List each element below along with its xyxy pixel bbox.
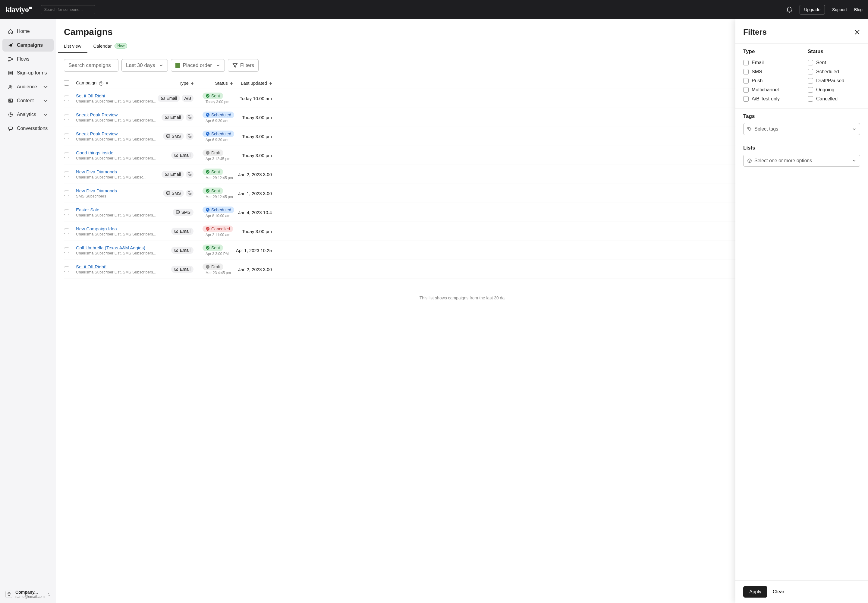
row-checkbox[interactable] [64,247,70,253]
filter-status-heading: Status [808,48,860,54]
row-checkbox[interactable] [64,229,70,234]
svg-rect-15 [9,127,13,130]
campaign-name-link[interactable]: New Diva Diamonds [76,188,163,193]
last-updated: Jan 1, 2023 3:00 [236,191,272,196]
logo-flag-icon [29,7,32,9]
checkbox[interactable] [743,96,749,102]
search-campaigns-input[interactable]: Search campaigns [64,59,119,72]
checkbox[interactable] [808,69,813,74]
last-updated: Jan 2, 2023 3:00 [236,267,272,272]
svg-point-42 [190,175,191,175]
last-updated: Jan 4, 2023 10:4 [236,210,272,215]
lists-select[interactable]: Select one or more options [743,155,860,167]
sidebar-item-home[interactable]: Home [2,25,54,38]
status-time: Mar 29 12:45 pm [202,176,236,180]
type-pill: Email [171,266,193,273]
sidebar-item-audience[interactable]: Audience [2,80,54,93]
option-label: Push [752,78,763,83]
campaign-name-link[interactable]: Easter Sale [76,207,163,212]
svg-point-33 [190,136,191,137]
row-checkbox[interactable] [64,114,70,120]
campaign-name-link[interactable]: Golf Umbrella (Texas A&M Aggies) [76,245,163,250]
campaign-name-link[interactable]: Set it Off Right! [76,264,163,269]
date-range-select[interactable]: Last 30 days [122,59,168,72]
metric-select[interactable]: Placed order [171,59,224,72]
global-search[interactable] [41,5,95,14]
checkbox[interactable] [808,96,813,102]
tab-calendar[interactable]: CalendarNew [93,43,128,53]
checkbox[interactable] [808,87,813,93]
svg-point-46 [168,193,168,193]
help-icon[interactable]: ? [99,81,103,86]
campaign-name-link[interactable]: Sneak Peak Preview [76,131,163,136]
sidebar-item-analytics[interactable]: Analytics [2,108,54,121]
tab-list-view[interactable]: List view [64,43,81,53]
filter-type-option[interactable]: SMS [743,67,795,76]
filter-status-option[interactable]: Sent [808,58,860,67]
col-type[interactable]: Type [163,80,199,86]
row-checkbox[interactable] [64,134,70,139]
filter-type-option[interactable]: Push [743,76,795,85]
col-campaign[interactable]: Campaign ? [76,80,163,86]
row-checkbox[interactable] [64,210,70,215]
col-status[interactable]: Status [199,80,236,86]
global-search-input[interactable] [44,7,95,12]
tags-select[interactable]: Select tags [743,123,860,135]
filter-type-option[interactable]: Email [743,58,795,67]
svg-rect-64 [175,268,178,271]
checkbox[interactable] [743,87,749,93]
svg-point-47 [169,193,169,193]
col-last-updated[interactable]: Last updated [236,80,272,86]
checkbox[interactable] [743,60,749,65]
support-link[interactable]: Support [832,7,847,12]
sidebar-item-conversations[interactable]: Conversations [2,122,54,135]
campaign-name-link[interactable]: New Diva Diamonds [76,169,163,174]
bell-icon[interactable] [786,6,792,13]
apply-button[interactable]: Apply [743,586,767,598]
row-checkbox[interactable] [64,190,70,196]
row-checkbox[interactable] [64,266,70,272]
checkbox[interactable] [808,78,813,83]
campaign-name-link[interactable]: Good things inside [76,150,163,155]
logo[interactable]: klaviyo [5,5,32,14]
type-pill: Email [162,114,184,121]
clear-button[interactable]: Clear [773,589,784,595]
campaign-name-link[interactable]: New Campaign Idea [76,226,163,231]
chevron-down-icon [43,98,48,104]
filter-status-option[interactable]: Ongoing [808,85,860,94]
checkbox[interactable] [808,60,813,65]
filter-type-option[interactable]: A/B Test only [743,94,795,104]
svg-point-23 [190,118,191,118]
campaign-name-link[interactable]: Set it Off Right [76,93,163,98]
sidebar-item-campaigns[interactable]: Campaigns [2,39,54,51]
flows-icon [8,56,13,62]
option-label: Email [752,60,764,65]
filter-status-option[interactable]: Scheduled [808,67,860,76]
svg-point-4 [12,59,13,60]
svg-point-41 [190,175,190,175]
filter-status-option[interactable]: Draft/Paused [808,76,860,85]
close-icon[interactable] [854,29,860,35]
blog-link[interactable]: Blog [854,7,863,12]
campaign-name-link[interactable]: Sneak Peak Preview [76,112,163,117]
checkbox[interactable] [743,69,749,74]
sidebar-item-content[interactable]: Content [2,94,54,107]
last-updated: Apr 1, 2023 10:25 [236,248,272,253]
type-pill: Email [171,152,193,159]
account-switcher[interactable]: Company... name@email.com [0,586,56,603]
type-pill: Email [162,171,184,178]
analytics-icon [8,112,13,117]
filter-status-option[interactable]: Cancelled [808,94,860,104]
filter-type-option[interactable]: Multichannel [743,85,795,94]
status-time: Apr 3 3:00 PM [202,252,236,256]
filters-button[interactable]: Filters [228,59,259,72]
select-all-checkbox[interactable] [64,80,70,86]
sidebar-item-flows[interactable]: Flows [2,53,54,65]
row-checkbox[interactable] [64,153,70,158]
row-checkbox[interactable] [64,172,70,177]
upgrade-button[interactable]: Upgrade [800,5,825,14]
sidebar-item-label: Analytics [17,112,36,117]
sidebar-item-signup-forms[interactable]: Sign-up forms [2,66,54,79]
row-checkbox[interactable] [64,96,70,101]
checkbox[interactable] [743,78,749,83]
